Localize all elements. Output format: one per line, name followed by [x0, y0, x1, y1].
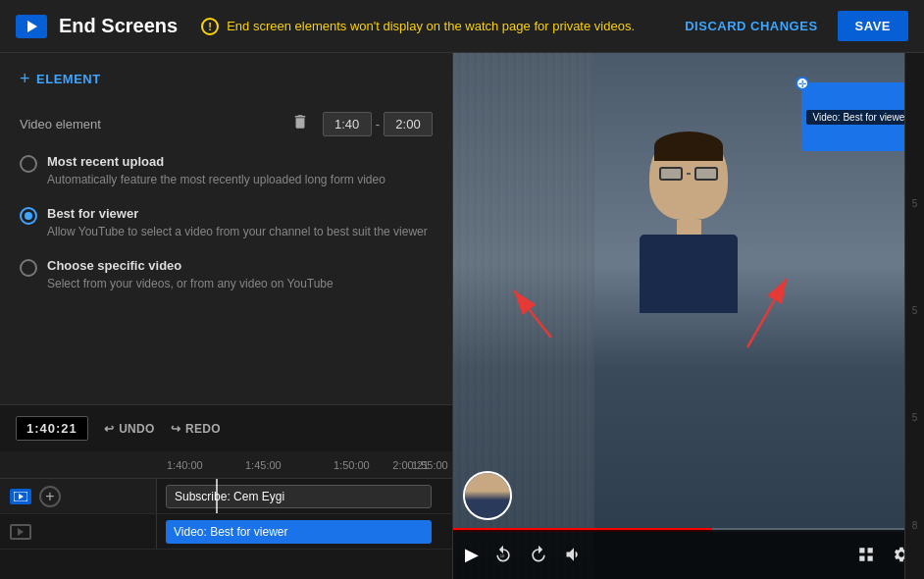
subscribe-icon-inner [14, 492, 27, 501]
current-time-indicator [216, 479, 218, 513]
timeline-controls: 1:40:21 ↩ UNDO ↪ REDO [0, 404, 452, 451]
subscribe-track-add-button[interactable]: + [39, 486, 61, 507]
redo-label: REDO [185, 422, 221, 436]
radio-most-recent[interactable] [20, 155, 37, 173]
subscribe-bar-label: Subscribe: Cem Eygi [175, 490, 284, 503]
radio-title-best-for-viewer: Best for viewer [47, 206, 428, 221]
redo-arrow-icon: ↪ [171, 422, 180, 436]
discard-changes-button[interactable]: DISCARD CHANGES [677, 13, 825, 39]
page-title: End Screens [59, 15, 178, 37]
radio-text-choose-specific: Choose specific video Select from your v… [47, 258, 334, 292]
subscribe-track-row: + Subscribe: Cem Eygi [0, 479, 452, 514]
add-element-button[interactable]: + ELEMENT [20, 69, 101, 89]
ruler-mark-3: 1:50:00 [334, 459, 370, 471]
end-screen-card-label: Video: Best for viewer [806, 110, 913, 125]
ruler-mark-2: 1:45:00 [245, 459, 282, 471]
glasses-right [694, 167, 718, 181]
radio-title-most-recent: Most recent upload [47, 154, 385, 169]
radio-text-best-for-viewer: Best for viewer Allow YouTube to select … [47, 206, 428, 240]
panel-content: + ELEMENT Video element - [0, 53, 452, 404]
person-body [640, 235, 738, 313]
time-end-input[interactable] [384, 112, 433, 136]
sidebar-num-4: 5 [912, 412, 918, 423]
radio-option-choose-specific[interactable]: Choose specific video Select from your v… [20, 258, 433, 292]
radio-text-most-recent: Most recent upload Automatically feature… [47, 154, 385, 188]
video-track-row: Video: Best for viewer [0, 514, 452, 550]
subscribe-track-icon [10, 489, 31, 504]
volume-icon[interactable] [563, 544, 585, 565]
radio-option-most-recent[interactable]: Most recent upload Automatically feature… [20, 154, 433, 188]
app-header: End Screens ! End screen elements won't … [0, 0, 924, 53]
radio-title-choose-specific: Choose specific video [47, 258, 334, 273]
save-button[interactable]: SAVE [838, 11, 908, 41]
add-element-label: ELEMENT [36, 72, 101, 86]
redo-button[interactable]: ↪ REDO [171, 422, 221, 436]
svg-text:10: 10 [500, 553, 505, 558]
undo-button[interactable]: ↩ UNDO [104, 422, 155, 436]
youtube-studio-logo [16, 15, 47, 38]
sidebar-num-5: 8 [912, 520, 918, 531]
radio-desc-choose-specific: Select from your videos, or from any vid… [47, 276, 334, 292]
sidebar-num-3: 5 [912, 305, 918, 316]
delete-element-button[interactable] [287, 109, 313, 138]
video-preview: ✛ Video: Best for viewer [453, 53, 924, 579]
timecode-display: 1:40:21 [16, 416, 88, 441]
warning-icon: ! [201, 18, 219, 35]
video-track-bar[interactable]: Video: Best for viewer [166, 520, 432, 544]
radio-desc-most-recent: Automatically feature the most recently … [47, 172, 385, 188]
rewind10-icon[interactable]: 10 [492, 544, 514, 565]
forward10-icon[interactable] [528, 544, 549, 565]
warning-banner: ! End screen elements won't display on t… [201, 18, 665, 35]
plus-icon: + [20, 69, 30, 89]
svg-marker-1 [19, 494, 24, 500]
person-hair [654, 132, 723, 161]
person-figure [640, 132, 738, 313]
radio-best-for-viewer[interactable] [20, 207, 37, 225]
ruler-mark-5: 2:00:21 [392, 459, 429, 471]
trash-icon [291, 113, 309, 131]
grid-icon[interactable] [855, 544, 877, 565]
timeline-area: 1:40:00 1:45:00 1:50:00 1:55:00 2:00:21 … [0, 451, 452, 579]
video-track-timeline: Video: Best for viewer [157, 514, 452, 549]
right-sidebar-labels: 5 5 5 8 [904, 53, 924, 579]
thumbnail-overlay[interactable] [463, 471, 512, 520]
radio-choose-specific[interactable] [20, 259, 37, 277]
video-icon-play [18, 528, 24, 536]
ruler-mark-1: 1:40:00 [167, 459, 203, 471]
radio-desc-best-for-viewer: Allow YouTube to select a video from you… [47, 224, 428, 240]
radio-option-best-for-viewer[interactable]: Best for viewer Allow YouTube to select … [20, 206, 433, 240]
video-controls-bar: ▶ 10 [453, 530, 924, 579]
video-bar-label: Video: Best for viewer [174, 525, 288, 539]
subscribe-track-timeline: Subscribe: Cem Eygi [157, 479, 452, 513]
thumbnail-person-image [465, 473, 510, 518]
play-button[interactable]: ▶ [465, 544, 479, 565]
right-panel: ✛ Video: Best for viewer [453, 53, 924, 579]
time-separator: - [376, 117, 380, 132]
glasses-bridge [687, 173, 691, 175]
video-element-row: Video element - [20, 109, 433, 138]
logo-play-icon [27, 21, 37, 32]
play-icon: ▶ [465, 544, 479, 565]
main-layout: + ELEMENT Video element - [0, 53, 924, 579]
sidebar-num-2: 5 [912, 198, 918, 209]
subscribe-track-controls: + [0, 479, 157, 513]
header-actions: DISCARD CHANGES SAVE [677, 11, 908, 41]
glasses-left [659, 167, 683, 181]
end-screen-card[interactable]: ✛ Video: Best for viewer [801, 82, 919, 151]
video-background: ✛ Video: Best for viewer [453, 53, 924, 579]
video-element-label: Video element [20, 117, 278, 132]
warning-text: End screen elements won't display on the… [227, 19, 635, 33]
video-track-icon [10, 524, 31, 540]
subscribe-track-bar[interactable]: Subscribe: Cem Eygi [166, 485, 432, 508]
time-start-input[interactable] [323, 112, 372, 136]
person-head [649, 132, 728, 220]
end-screen-resize-handle[interactable]: ✛ [796, 77, 809, 90]
left-panel: + ELEMENT Video element - [0, 53, 453, 579]
time-range: - [323, 112, 433, 136]
video-track-controls [0, 514, 157, 549]
undo-arrow-icon: ↩ [104, 422, 114, 436]
undo-label: UNDO [119, 422, 155, 436]
person-glasses [659, 166, 718, 182]
timeline-ruler: 1:40:00 1:45:00 1:50:00 1:55:00 2:00:21 [0, 451, 452, 479]
person-neck [677, 220, 701, 235]
